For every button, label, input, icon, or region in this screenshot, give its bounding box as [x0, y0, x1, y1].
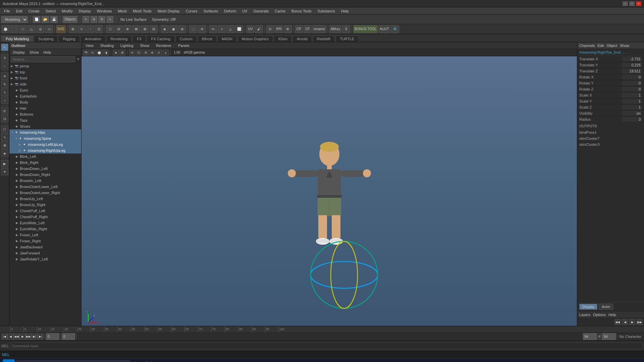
game-btn[interactable]: 🎮 [297, 359, 309, 362]
outliner-item-bottoms[interactable]: ◈Bottoms [9, 111, 81, 117]
lighting-menu[interactable]: Lighting [118, 43, 136, 48]
channel-value[interactable]: 1 [622, 105, 642, 110]
tab-rendering[interactable]: Rendering [106, 36, 132, 42]
layer-end-btn[interactable]: ▶▶ [637, 319, 643, 325]
tab-poly-modeling[interactable]: Poly Modeling [1, 36, 33, 42]
next-key-btn[interactable]: ▶| [38, 334, 44, 340]
tab-fx-caching[interactable]: FX Caching [147, 36, 174, 42]
tool2-btn[interactable]: ✦ [394, 359, 406, 362]
outliner-item-eyes[interactable]: ◈Eyes [9, 87, 81, 93]
outliner-search-input[interactable] [11, 56, 75, 62]
append-btn[interactable]: ⊕ [123, 25, 131, 33]
outliner-item-browsin_left[interactable]: ◈BrowsIn_Left [9, 178, 81, 184]
poly-cone-btn[interactable]: △ [28, 25, 36, 33]
outliner-item-browsup_left[interactable]: ◈BrowsUp_Left [9, 196, 81, 202]
surfaces-lt-btn[interactable]: ⊞ [1, 141, 8, 149]
cluster-btn[interactable]: ⊡ [1, 115, 8, 122]
outliner-item-hair[interactable]: ◈Hair [9, 105, 81, 111]
separate-btn[interactable]: ◉ [169, 25, 177, 33]
output-bindpose1[interactable]: bindPose1 [579, 129, 642, 135]
outliner-item-frown_left[interactable]: ◈Frown_Left [9, 232, 81, 238]
snap-surface-btn[interactable]: ⊡ [95, 25, 103, 33]
quadrangulate-btn[interactable]: ⬜ [235, 25, 243, 33]
sculpt-btn[interactable]: ◌ [189, 25, 197, 33]
channel-value[interactable]: 3 [622, 117, 642, 122]
display-tab[interactable]: Display [579, 304, 597, 310]
renderer-menu[interactable]: Renderer [154, 43, 173, 48]
channel-value[interactable]: 0 [622, 75, 642, 79]
menu-item-curves[interactable]: Curves [183, 8, 200, 14]
vp-shaded-btn[interactable]: ◑ [103, 50, 109, 56]
vp-grid-btn[interactable]: ⊞ [119, 50, 125, 56]
tab-turtle[interactable]: TURTLE [335, 36, 359, 42]
outliner-item-cheekpuff_left[interactable]: ◈CheekPuff_Left [9, 208, 81, 214]
outliner-item-mixamorig-leftupleg[interactable]: ▶✦mixamorig:LeftUpLeg [9, 141, 81, 147]
channel-value[interactable]: 1 [622, 99, 642, 104]
channel-row-translate-x[interactable]: Translate X-2.731 [577, 56, 644, 62]
poly-cube-btn[interactable]: ⬛ [10, 25, 18, 33]
browser-btn[interactable]: 🌐 [163, 359, 175, 362]
scale-lt-btn[interactable]: ⤡ [1, 88, 8, 96]
star-btn[interactable]: ★ [327, 359, 339, 362]
scale-tool[interactable]: ⤡ [107, 16, 113, 23]
vp-res-btn[interactable]: ⊡ [136, 50, 142, 56]
timeline-ruler[interactable]: 0510152025303540455055606570758085909510… [0, 326, 644, 333]
menu-item-help[interactable]: Help [338, 8, 352, 14]
tab-fx[interactable]: FX [132, 36, 146, 42]
vp-smooth-btn[interactable]: ⬤ [96, 50, 102, 56]
end-time-input[interactable]: 94 [583, 333, 596, 340]
display-lt-btn[interactable]: ⬡ [1, 125, 8, 133]
snap-grid-btn[interactable]: ⊞ [69, 25, 77, 33]
outliner-item-blink_right[interactable]: ◈Blink_Right [9, 160, 81, 166]
object-menu[interactable]: Object [606, 44, 617, 48]
tab-custom[interactable]: Custom [175, 36, 197, 42]
menu-item-select[interactable]: Select [43, 8, 59, 14]
outliner-item-eyeswide_left[interactable]: ◈EyesWide_Left [9, 220, 81, 226]
menu-item-mesh[interactable]: Mesh [115, 8, 129, 14]
channel-row-visibility[interactable]: Visibilityon [577, 110, 644, 116]
taskbar-search[interactable]: 🔍 [16, 360, 130, 362]
outliner-display-menu[interactable]: Display [11, 50, 27, 55]
pr-btn[interactable]: Pr [243, 359, 255, 362]
outliner-item-cheekpuff_right[interactable]: ◈CheekPuff_Right [9, 214, 81, 220]
tab-redshift[interactable]: Redshift [313, 36, 335, 42]
outliner-item-eyelashes[interactable]: ◈Eyelashes [9, 93, 81, 99]
channel-row-scale-z[interactable]: Scale Z1 [577, 104, 644, 110]
poly-plane-btn[interactable]: ▭ [45, 25, 53, 33]
outliner-help-menu[interactable]: Help [42, 50, 53, 55]
vp-shadow-btn[interactable]: ◔ [143, 50, 149, 56]
render-btn[interactable]: ⊡ [266, 25, 274, 33]
channel-row-translate-z[interactable]: Translate Z19.511 [577, 68, 644, 74]
prev-key-btn[interactable]: |◀ [1, 334, 7, 340]
minimize-button[interactable]: ─ [623, 1, 628, 6]
vp-gamma-btn[interactable]: γ [163, 50, 169, 56]
outliner-item-body[interactable]: ◈Body [9, 99, 81, 105]
vp-ao-btn[interactable]: ⊕ [149, 50, 155, 56]
outliner-item-jawrotatey_left[interactable]: ◈JawRotateY_Left [9, 256, 81, 262]
viewport[interactable]: View Shading Lighting Show Renderer Pane… [82, 42, 577, 326]
universal-lt-btn[interactable]: ⟐ [1, 97, 8, 104]
paint-weights-btn[interactable]: 🖌 [255, 25, 263, 33]
play-fwd-btn[interactable]: ▶▶ [25, 334, 32, 340]
rotate-lt-btn[interactable]: ↻ [1, 80, 8, 88]
tab-xgen[interactable]: XGen [274, 36, 292, 42]
bridge-btn[interactable]: ⊟ [115, 25, 123, 33]
channels-menu[interactable]: Channels [579, 44, 595, 48]
channel-row-rotate-z[interactable]: Rotate Z0 [577, 86, 644, 92]
start-button[interactable]: ⊞ [3, 359, 15, 362]
poly-cylinder-btn[interactable]: ⬭ [19, 25, 27, 33]
mirror-btn[interactable]: ⇔ [209, 25, 217, 33]
deform-lt-btn[interactable]: ◈ [1, 149, 8, 157]
menu-item-display[interactable]: Display [76, 8, 94, 14]
outliner-item-top[interactable]: ▶📷top [9, 69, 81, 75]
svg-btn[interactable]: SVG [56, 25, 66, 33]
playback-end-input[interactable]: 94 [602, 333, 616, 340]
triangulate-btn[interactable]: △ [226, 25, 234, 33]
music-btn[interactable]: 🎵 [340, 359, 353, 362]
curves-lt-btn[interactable]: ∿ [1, 133, 8, 141]
outliner-item-eyeswide_right[interactable]: ◈EyesWide_Right [9, 226, 81, 232]
outliner-item-mixamorig-rightupleg[interactable]: ▶✦mixamorig:RightUpLeg [9, 147, 81, 154]
shading-menu[interactable]: Shading [98, 43, 116, 48]
settings-btn[interactable]: ⚙ [367, 359, 379, 362]
rotate-tool[interactable]: ↻ [99, 16, 105, 23]
